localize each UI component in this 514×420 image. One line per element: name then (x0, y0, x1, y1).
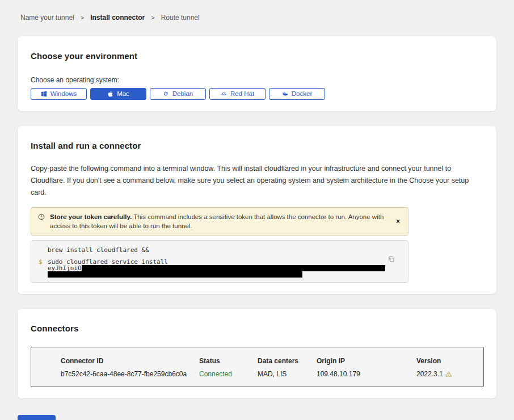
installer-card: Install and run a connector Copy-paste t… (18, 126, 496, 294)
os-button-label: Docker (292, 91, 312, 98)
environment-card: Choose your environment Choose an operat… (18, 36, 496, 111)
page: Name your tunnel > Install connector > R… (0, 0, 514, 420)
code-line: eyJhIjoiO (39, 265, 385, 271)
docker-icon (282, 91, 288, 97)
breadcrumb-separator: > (81, 14, 84, 21)
shell-prompt: $ (39, 259, 48, 265)
warning-title: Store your token carefully. (50, 213, 132, 220)
info-circle-icon (38, 213, 45, 230)
terminal-command-block: brew install cloudflared && $sudo cloudf… (31, 240, 408, 283)
os-button-debian[interactable]: Debian (150, 88, 206, 100)
installer-description: Copy-paste the following command into a … (31, 163, 483, 199)
data-centers-value: MAD, LIS (258, 370, 317, 378)
token-warning-banner: Store your token carefully. This command… (31, 207, 408, 236)
code-line (39, 271, 385, 278)
connector-id-value: b7c52c42-6caa-48ee-8c77-fbe259cb6c0a (61, 370, 199, 378)
os-button-redhat[interactable]: Red Hat (209, 88, 266, 100)
os-button-windows[interactable]: Windows (31, 88, 87, 100)
os-button-label: Debian (172, 91, 193, 98)
connectors-card-title: Connectors (31, 324, 483, 333)
breadcrumb-route-tunnel[interactable]: Route tunnel (161, 14, 200, 22)
os-button-label: Mac (117, 91, 129, 98)
warning-triangle-icon (445, 371, 452, 377)
redacted-token-bar (82, 265, 385, 271)
token-prefix: eyJhIjoiO (48, 265, 82, 271)
version-number: 2022.3.1 (416, 370, 443, 378)
windows-icon (41, 91, 47, 97)
status-badge: Connected (199, 370, 258, 378)
os-button-group: Windows Mac Debian Red Hat (31, 88, 483, 100)
os-button-docker[interactable]: Docker (269, 88, 325, 100)
os-button-mac[interactable]: Mac (90, 88, 146, 100)
os-button-label: Red Hat (230, 91, 254, 98)
code-line: brew install cloudflared && (39, 247, 385, 253)
code-gutter (39, 271, 48, 278)
col-connector-id: Connector ID (61, 357, 199, 365)
code-gutter (39, 247, 48, 253)
col-status: Status (199, 357, 258, 365)
apple-icon (107, 91, 113, 97)
breadcrumb-separator: > (151, 14, 154, 21)
col-data-centers: Data centers (258, 357, 317, 365)
redhat-icon (221, 91, 227, 97)
connectors-card: Connectors Connector ID Status Data cent… (18, 309, 496, 398)
code-gutter (39, 265, 48, 271)
code-text: brew install cloudflared && (48, 247, 149, 253)
installer-card-title: Install and run a connector (31, 141, 483, 150)
table-row: b7c52c42-6caa-48ee-8c77-fbe259cb6c0a Con… (61, 370, 483, 378)
breadcrumb: Name your tunnel > Install connector > R… (18, 0, 496, 22)
col-version: Version (416, 357, 445, 365)
col-origin-ip: Origin IP (317, 357, 416, 365)
version-value: 2022.3.1 (416, 370, 457, 378)
close-icon[interactable]: × (394, 217, 402, 226)
copy-icon[interactable] (387, 255, 395, 263)
code-line: $sudo cloudflared service install (39, 259, 385, 265)
debian-icon (163, 91, 169, 97)
table-header-row: Connector ID Status Data centers Origin … (61, 357, 483, 365)
breadcrumb-name-your-tunnel[interactable]: Name your tunnel (20, 14, 74, 22)
origin-ip-value: 109.48.10.179 (317, 370, 416, 378)
os-select-label: Choose an operating system: (31, 76, 483, 84)
warning-text: Store your token carefully. This command… (50, 212, 389, 230)
breadcrumb-install-connector[interactable]: Install connector (90, 14, 145, 22)
os-button-label: Windows (50, 91, 77, 98)
redacted-token-bar (48, 271, 302, 278)
connectors-table: Connector ID Status Data centers Origin … (31, 347, 484, 387)
next-button[interactable]: Next (18, 415, 56, 420)
environment-card-title: Choose your environment (31, 51, 483, 61)
